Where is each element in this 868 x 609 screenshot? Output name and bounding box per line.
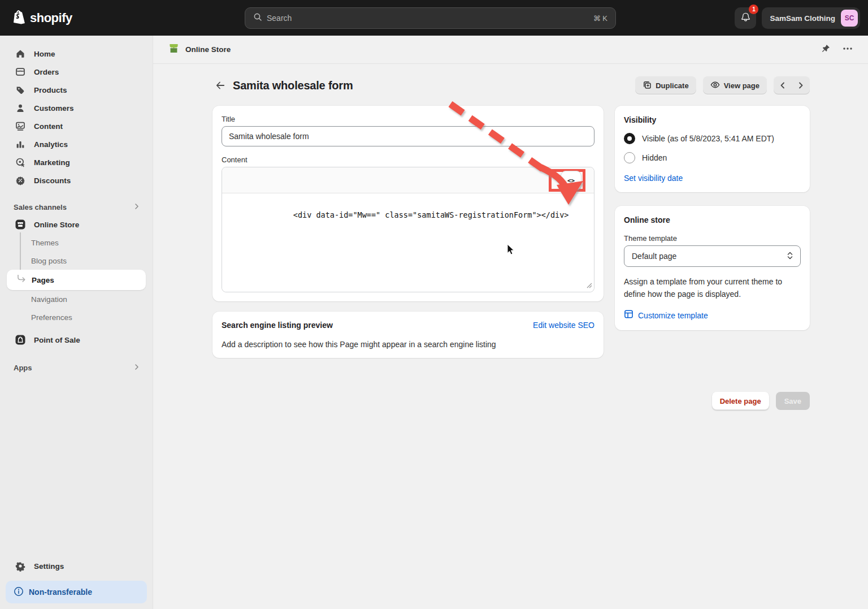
- back-arrow-icon[interactable]: [212, 77, 228, 93]
- content-code-editor[interactable]: <div data-id="Mw==" class="samitaWS-regi…: [222, 193, 594, 292]
- online-store-heading: Online store: [624, 215, 670, 224]
- marketing-icon: [15, 157, 26, 168]
- visible-option-label: Visible (as of 5/8/2023, 5:41 AM EDT): [642, 134, 774, 143]
- title-input[interactable]: [222, 126, 594, 146]
- delete-page-button[interactable]: Delete page: [712, 392, 769, 410]
- save-button[interactable]: Save: [776, 392, 810, 410]
- customize-template-icon: [624, 309, 633, 321]
- theme-template-label: Theme template: [624, 234, 801, 243]
- page-header: Samita wholesale form Duplicate View pag…: [212, 76, 810, 94]
- sidebar-item-label: Products: [34, 86, 67, 94]
- sidebar-item-orders[interactable]: Orders: [0, 63, 153, 81]
- sidebar-item-label: Pages: [32, 276, 54, 284]
- sidebar-item-analytics[interactable]: Analytics: [0, 135, 153, 153]
- tree-connector-line: [20, 232, 21, 273]
- notifications-button[interactable]: 1: [735, 7, 756, 29]
- sidebar-item-settings[interactable]: Settings: [0, 557, 153, 575]
- discounts-icon: [15, 175, 26, 186]
- show-html-button[interactable]: <>: [561, 171, 581, 190]
- sales-channels-label: Sales channels: [14, 203, 67, 211]
- content-code-text: <div data-id="Mw==" class="samitaWS-regi…: [293, 210, 569, 219]
- edit-website-seo-link[interactable]: Edit website SEO: [533, 321, 594, 330]
- sidebar-item-home[interactable]: Home: [0, 45, 153, 63]
- view-page-button[interactable]: View page: [703, 76, 767, 94]
- customers-icon: [15, 102, 26, 114]
- context-title: Online Store: [185, 45, 231, 54]
- resize-handle-icon[interactable]: [587, 281, 592, 290]
- online-store-card: Online store Theme template Default page…: [615, 206, 810, 330]
- analytics-icon: [15, 139, 26, 150]
- home-icon: [15, 48, 26, 59]
- hidden-radio-option[interactable]: Hidden: [624, 152, 801, 163]
- visibility-heading: Visibility: [624, 115, 656, 124]
- notification-badge: 1: [749, 5, 758, 14]
- radio-selected-icon: [624, 133, 635, 144]
- non-transferable-banner[interactable]: Non-transferable: [6, 581, 147, 603]
- set-visibility-date-link[interactable]: Set visibility date: [624, 174, 683, 183]
- eye-icon: [710, 80, 720, 91]
- annotation-box: <>: [549, 169, 585, 192]
- sidebar-item-pages[interactable]: Pages: [7, 270, 146, 290]
- ellipsis-icon[interactable]: [842, 44, 853, 56]
- orders-icon: [15, 66, 26, 77]
- pin-icon[interactable]: [821, 44, 831, 56]
- sidebar-item-label: Orders: [34, 68, 59, 76]
- duplicate-icon: [643, 80, 652, 91]
- sidebar-item-customers[interactable]: Customers: [0, 99, 153, 117]
- search-input[interactable]: Search ⌘ K: [245, 7, 616, 29]
- settings-icon: [15, 560, 26, 572]
- point-of-sale-icon: [15, 334, 26, 345]
- chevron-right-icon: [133, 203, 140, 211]
- sidebar-item-online-store[interactable]: Online Store: [0, 215, 153, 234]
- footer-actions: Delete page Save: [212, 392, 810, 410]
- sidebar-item-label: Customers: [34, 104, 74, 113]
- sales-channels-header[interactable]: Sales channels: [0, 198, 153, 215]
- seo-heading: Search engine listing preview: [222, 321, 333, 330]
- sidebar-item-marketing[interactable]: Marketing: [0, 153, 153, 171]
- apps-header[interactable]: Apps: [0, 359, 153, 376]
- storefront-icon: [168, 42, 180, 57]
- sidebar-item-themes[interactable]: Themes: [0, 234, 153, 252]
- avatar: SC: [841, 10, 858, 27]
- select-chevrons-icon: [787, 251, 793, 262]
- duplicate-button[interactable]: Duplicate: [635, 76, 696, 94]
- sidebar-item-discounts[interactable]: Discounts: [0, 171, 153, 189]
- account-menu[interactable]: SamSam Clothing SC: [762, 7, 860, 29]
- editor-toolbar: <>: [222, 167, 594, 193]
- sidebar-item-blog-posts[interactable]: Blog posts: [0, 252, 153, 270]
- title-label: Title: [222, 115, 594, 123]
- sidebar-item-preferences[interactable]: Preferences: [0, 308, 153, 326]
- store-name: SamSam Clothing: [770, 14, 835, 23]
- chevron-right-icon: [133, 364, 140, 372]
- brand-wordmark: shopify: [30, 11, 72, 25]
- sidebar-item-label: Content: [34, 122, 63, 131]
- sidebar-item-navigation[interactable]: Navigation: [0, 290, 153, 308]
- connector-arrow-icon: [17, 275, 27, 286]
- sidebar-item-content[interactable]: Content: [0, 117, 153, 135]
- shopify-bag-icon: [11, 9, 26, 27]
- banner-label: Non-transferable: [29, 588, 92, 597]
- search-placeholder: Search: [267, 14, 589, 23]
- theme-template-select[interactable]: Default page: [624, 245, 801, 267]
- sidebar-item-label: Analytics: [34, 140, 68, 149]
- customize-template-link[interactable]: Customize template: [638, 311, 708, 320]
- pager-prev-icon[interactable]: [774, 76, 792, 94]
- rich-text-editor: <> <div data-id="Mw==" class="samitaWS-r…: [222, 167, 594, 292]
- radio-unselected-icon: [624, 152, 635, 163]
- visible-radio-option[interactable]: Visible (as of 5/8/2023, 5:41 AM EDT): [624, 133, 801, 144]
- pager-next-icon[interactable]: [792, 76, 810, 94]
- sidebar-item-point-of-sale[interactable]: Point of Sale: [0, 331, 153, 349]
- page-details-card: Title Content <> <div data-id="Mw==" cla…: [212, 106, 604, 301]
- page-content: Samita wholesale form Duplicate View pag…: [212, 76, 810, 410]
- shopify-logo[interactable]: shopify: [11, 9, 72, 27]
- sidebar-item-label: Marketing: [34, 158, 70, 167]
- sidebar-item-label: Point of Sale: [34, 336, 80, 344]
- code-icon: <>: [567, 177, 575, 184]
- online-store-subtree: Online Store Themes Blog posts Pages Nav…: [0, 215, 153, 326]
- search-shortcut: ⌘ K: [593, 14, 607, 23]
- topbar: shopify Search ⌘ K 1 SamSam Clothing SC: [0, 0, 868, 36]
- sidebar-item-label: Online Store: [34, 221, 79, 229]
- sidebar-item-products[interactable]: Products: [0, 81, 153, 99]
- bell-icon: [740, 12, 751, 25]
- context-bar: Online Store: [153, 36, 868, 64]
